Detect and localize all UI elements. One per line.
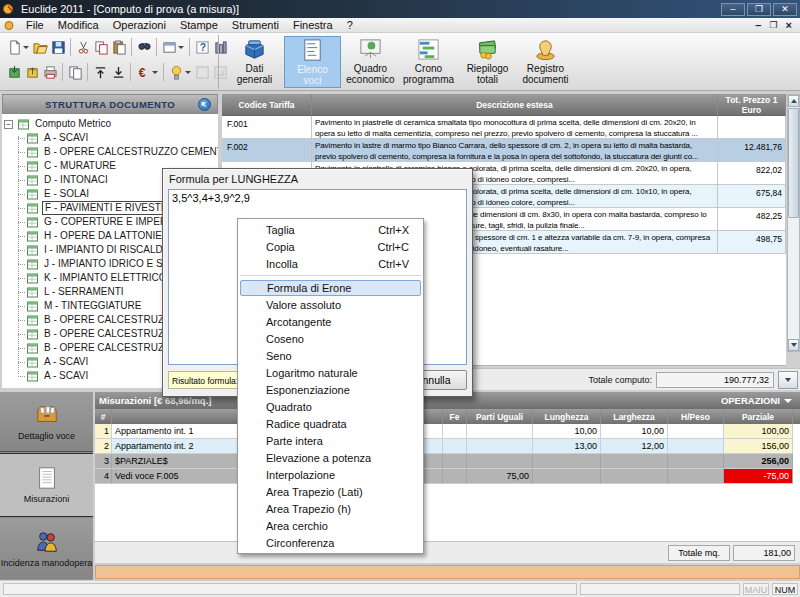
euro-icon[interactable]: € — [134, 63, 152, 81]
disabled-icon-1[interactable] — [193, 63, 211, 81]
context-menu-item[interactable]: Area cerchio — [238, 517, 423, 534]
context-menu-item[interactable]: Elevazione a potenza — [238, 449, 423, 466]
print-icon[interactable] — [41, 63, 59, 81]
find-icon[interactable] — [135, 38, 153, 56]
menu-strumenti[interactable]: Strumenti — [225, 19, 286, 31]
elenco-voci-button[interactable]: Elenco voci — [284, 36, 341, 88]
measure-row[interactable]: 3 $PARZIALE$ 256,00 — [95, 454, 800, 469]
context-menu-item[interactable]: Area Trapezio (Lati) — [238, 483, 423, 500]
operazioni-menu[interactable]: OPERAZIONI — [721, 395, 792, 406]
context-menu-item[interactable]: Copia Ctrl+C — [238, 238, 423, 255]
column-codice-tariffa[interactable]: Codice Tariffa — [222, 94, 312, 116]
context-menu-item[interactable]: Formula di Erone — [240, 280, 421, 296]
column-tot-prezzo[interactable]: Tot. Prezzo 1 Euro — [718, 94, 786, 116]
menu-file[interactable]: File — [19, 19, 51, 31]
menu-stampe[interactable]: Stampe — [173, 19, 225, 31]
registro-documenti-button[interactable]: Registro documenti — [517, 36, 574, 88]
col-h-peso[interactable]: H/Peso — [668, 409, 724, 424]
paste-icon[interactable] — [110, 38, 128, 56]
totale-dropdown-button[interactable] — [778, 371, 798, 389]
context-menu-item[interactable]: Esponenziazione — [238, 381, 423, 398]
col-lunghezza[interactable]: Lunghezza — [533, 409, 601, 424]
context-menu-item[interactable]: Parte intera — [238, 432, 423, 449]
measure-row[interactable]: 4 Vedi voce F.005 75,00 -75,00 — [95, 469, 800, 484]
window-icon[interactable] — [160, 38, 178, 56]
context-menu-item[interactable]: Area Trapezio (h) — [238, 500, 423, 517]
context-menu-item[interactable]: Coseno — [238, 330, 423, 347]
import-icon[interactable] — [5, 63, 23, 81]
tab-incidenza-manodopera[interactable]: Incidenza manodopera — [0, 518, 93, 579]
measure-row[interactable]: 2 Appartamento int. 2 13,00 12,00 156,00 — [95, 439, 800, 454]
context-menu-item[interactable]: Quadrato — [238, 398, 423, 415]
grid-row[interactable]: F.002 Pavimento in lastre di marmo tipo … — [222, 139, 786, 162]
open-icon[interactable] — [31, 38, 49, 56]
measure-row[interactable]: 1 Appartamento int. 1 10,00 10,00 100,00 — [95, 424, 800, 439]
cut-icon[interactable] — [74, 38, 92, 56]
dati-generali-label: Dati generali — [237, 63, 273, 85]
dialog-title: Formula per LUNGHEZZA — [163, 169, 472, 185]
col-parti-uguali[interactable]: Parti Uguali — [467, 409, 533, 424]
window-dropdown-icon[interactable] — [178, 46, 184, 49]
new-icon[interactable] — [5, 38, 23, 56]
mdi-minimize-button[interactable]: – — [755, 19, 761, 31]
col-larghezza[interactable]: Larghezza — [601, 409, 668, 424]
node-icon — [26, 133, 38, 144]
minimize-button[interactable]: – — [721, 3, 745, 16]
menu-modifica[interactable]: Modifica — [51, 19, 106, 31]
quadro-economico-button[interactable]: Quadro economico — [342, 36, 399, 88]
menu-finestra[interactable]: Finestra — [286, 19, 340, 31]
column-descrizione-estesa[interactable]: Descrizione estesa — [312, 94, 718, 116]
mdi-close-button[interactable]: × — [786, 19, 792, 31]
mdi-restore-button[interactable]: ❐ — [769, 20, 777, 30]
euro-dropdown-icon[interactable] — [152, 71, 158, 74]
col-parziale[interactable]: Parziale — [724, 409, 793, 424]
context-menu-item[interactable]: Circonferenza — [238, 534, 423, 551]
riepilogo-totali-button[interactable]: Riepilogo totali — [459, 36, 516, 88]
context-menu-item[interactable]: Radice quadrata — [238, 415, 423, 432]
tree-item[interactable]: B - OPERE CALCESTRUZZO CEMENTIZ — [2, 145, 218, 159]
menu-operazioni[interactable]: Operazioni — [106, 19, 173, 31]
grid-scrollbar[interactable] — [787, 94, 800, 352]
tree-root[interactable]: − Computo Metrico — [2, 117, 218, 131]
lamp-dropdown-icon[interactable] — [185, 71, 191, 74]
crono-programma-button[interactable]: Crono programma — [400, 36, 457, 88]
new-dropdown-icon[interactable] — [23, 46, 29, 49]
move-down-icon[interactable] — [109, 63, 127, 81]
move-up-icon[interactable] — [91, 63, 109, 81]
scrollbar-thumb[interactable] — [788, 108, 799, 218]
title-bar: Euclide 2011 - [Computo di prova (a misu… — [0, 0, 800, 18]
node-icon — [26, 203, 38, 214]
context-menu-item[interactable]: Valore assoluto — [238, 296, 423, 313]
copy-icon[interactable] — [92, 38, 110, 56]
col-fe[interactable]: Fe — [443, 409, 467, 424]
svg-text:€: € — [138, 66, 145, 80]
scroll-down-icon[interactable] — [788, 339, 799, 351]
tab-label: Dettaglio voce — [18, 431, 75, 441]
restore-button[interactable]: ❐ — [747, 3, 771, 16]
dati-generali-button[interactable]: Dati generali — [226, 36, 283, 88]
context-menu-item[interactable]: Arcotangente — [238, 313, 423, 330]
grid-row[interactable]: F.001 Pavimento in piastrelle di ceramic… — [222, 116, 786, 139]
num-lock-indicator: NUM — [772, 583, 798, 595]
context-menu-item[interactable]: Interpolazione — [238, 466, 423, 483]
tab-misurazioni[interactable]: Misurazioni — [0, 453, 93, 517]
scroll-up-icon[interactable] — [788, 95, 799, 107]
help-icon[interactable]: ? — [193, 38, 211, 56]
context-menu-item[interactable]: Seno — [238, 347, 423, 364]
collapse-icon[interactable]: − — [4, 120, 13, 129]
menu-help[interactable]: ? — [340, 19, 360, 31]
lamp-icon[interactable] — [167, 63, 185, 81]
collapse-panel-button[interactable] — [198, 98, 211, 111]
close-button[interactable]: ✕ — [773, 3, 797, 16]
tree-item[interactable]: A - SCAVI — [2, 131, 218, 145]
context-menu-item[interactable]: Taglia Ctrl+X — [238, 221, 423, 238]
pages-icon[interactable] — [66, 63, 84, 81]
context-menu-item[interactable]: Logaritmo naturale — [238, 364, 423, 381]
save-icon[interactable] — [49, 38, 67, 56]
context-menu-item[interactable]: Incolla Ctrl+V — [238, 255, 423, 272]
application-window: Euclide 2011 - [Computo di prova (a misu… — [0, 0, 800, 597]
col-num[interactable]: # — [95, 409, 112, 424]
tab-dettaglio-voce[interactable]: Dettaglio voce — [0, 392, 93, 452]
node-icon — [17, 119, 29, 130]
export-icon[interactable] — [23, 63, 41, 81]
